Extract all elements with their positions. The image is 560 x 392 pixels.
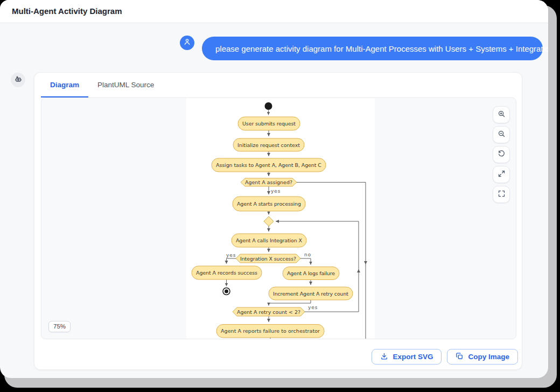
user-avatar — [180, 36, 194, 50]
activity-label: Assign tasks to Agent A, Agent B, Agent … — [216, 162, 321, 168]
decision-label: Agent A assigned? — [245, 179, 292, 185]
expand-icon — [498, 170, 506, 180]
page-title: Multi-Agent Activity Diagram — [12, 0, 122, 23]
merge-node — [264, 216, 274, 226]
zoom-out-icon — [498, 130, 506, 140]
copy-image-label: Copy Image — [468, 353, 509, 361]
edge-label-yes: yes — [226, 253, 236, 258]
activity-label: Initialize request context — [237, 142, 300, 148]
app-header: Multi-Agent Activity Diagram — [0, 0, 548, 23]
copy-icon — [456, 352, 464, 362]
edge-label-no: no — [304, 252, 311, 257]
edge-success-yes — [227, 258, 236, 264]
chat-message-bubble: please generate activity diagram for Mul… — [202, 37, 543, 60]
activity-label: Increment Agent A retry count — [273, 291, 348, 297]
robot-icon — [14, 75, 23, 86]
decision-label: Agent A retry count < 2? — [237, 309, 300, 315]
app-window: Multi-Agent Activity Diagram please gene… — [0, 0, 548, 378]
activity-diagram-canvas: yes yes no yes User submits request Init… — [186, 98, 375, 339]
decision-label: Integration X success? — [240, 256, 296, 262]
tab-bar: Diagram PlantUML Source — [41, 73, 163, 97]
expand-button[interactable] — [493, 166, 510, 183]
activity-label: Agent A reports failure to orchestrator — [221, 328, 320, 334]
tab-diagram[interactable]: Diagram — [41, 73, 88, 97]
activity-label: Agent A starts processing — [237, 201, 301, 207]
download-icon — [380, 352, 388, 362]
activity-label: User submits request — [242, 121, 296, 127]
activity-label: Agent A records success — [196, 270, 257, 276]
assistant-avatar — [11, 73, 25, 87]
diagram-viewport[interactable]: yes yes no yes User submits request Init… — [41, 97, 516, 339]
start-node — [265, 102, 272, 110]
activity-label: Agent A calls Integration X — [236, 237, 302, 243]
fullscreen-button[interactable] — [493, 186, 510, 203]
reset-view-button[interactable] — [493, 146, 510, 163]
activity-label: Agent A logs failure — [287, 270, 335, 276]
zoom-in-icon — [498, 110, 506, 120]
copy-image-button[interactable]: Copy Image — [447, 349, 518, 365]
reset-rotate-icon — [498, 150, 506, 160]
zoom-out-button[interactable] — [493, 126, 510, 143]
zoom-in-button[interactable] — [493, 106, 510, 123]
edge-success-no — [300, 258, 311, 265]
end-node-dot — [225, 290, 228, 293]
edge — [269, 300, 311, 306]
viewer-controls — [493, 106, 510, 203]
zoom-level-badge: 75% — [48, 321, 71, 332]
user-icon — [183, 38, 191, 48]
card-footer: Export SVG Copy Image — [372, 349, 518, 365]
edge-label-yes: yes — [308, 305, 318, 310]
export-svg-button[interactable]: Export SVG — [372, 349, 442, 365]
fullscreen-icon — [498, 190, 506, 200]
diagram-card: Diagram PlantUML Source — [34, 72, 522, 370]
activity-diagram-svg: yes yes no yes User submits request Init… — [186, 98, 375, 339]
tab-plantuml-source[interactable]: PlantUML Source — [88, 73, 163, 97]
edge-label-yes: yes — [271, 188, 281, 194]
export-svg-label: Export SVG — [393, 353, 433, 361]
